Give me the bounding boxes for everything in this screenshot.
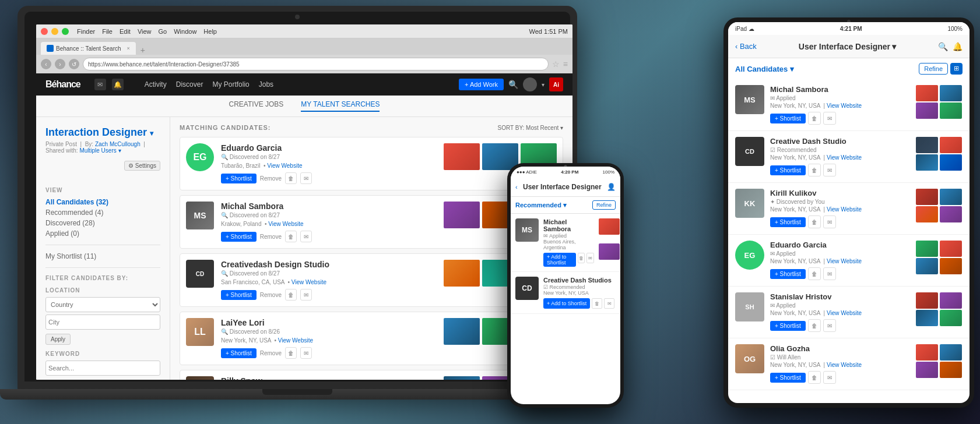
t-preview[interactable] [940,310,962,326]
bookmark-icon[interactable]: ☆ [552,59,560,69]
maximize-dot[interactable] [62,28,69,35]
t-delete-icon[interactable]: 🗑 [808,371,821,384]
new-tab-button[interactable]: + [138,45,147,55]
t-shortlist-button[interactable]: + Shortlist [770,165,806,175]
discover-link[interactable]: Discover [176,80,203,89]
view-website-link[interactable]: View Website [268,221,303,227]
p-message-icon[interactable]: ✉ [604,298,614,309]
tablet-back-button[interactable]: ‹ Back [735,42,757,51]
tab-close-icon[interactable]: × [127,45,130,51]
title-dropdown-icon[interactable]: ▾ [150,129,153,137]
recommended-item[interactable]: Recommended (4) [45,209,160,217]
t-preview[interactable] [940,189,962,205]
mac-finder[interactable]: Finder [77,28,95,35]
forward-button[interactable]: › [55,59,65,69]
keyword-search-input[interactable] [45,361,160,376]
p-preview[interactable] [599,243,620,260]
remove-button[interactable]: Remove [260,350,282,356]
phone-back-button[interactable]: ‹ [515,183,518,190]
mac-help[interactable]: Help [203,28,217,35]
shortlist-button[interactable]: + Shortlist [221,174,257,183]
t-preview[interactable] [916,362,938,378]
remove-button[interactable]: Remove [260,175,282,182]
messages-icon[interactable]: ✉ [94,79,106,90]
t-delete-icon[interactable]: 🗑 [808,319,821,332]
p-add-shortlist-button[interactable]: + Add to Shortlist [543,298,590,309]
t-preview[interactable] [916,241,938,257]
sort-control[interactable]: SORT BY: Most Recent ▾ [498,125,563,131]
preview-thumb[interactable] [444,260,480,287]
remove-button[interactable]: Remove [260,234,282,240]
t-shortlist-button[interactable]: + Shortlist [770,321,806,331]
preview-thumb[interactable] [444,318,480,345]
t-message-icon[interactable]: ✉ [823,112,836,125]
browser-tab-active[interactable]: Behance :: Talent Search × [41,42,136,55]
shared-dropdown[interactable]: ▾ [118,147,121,154]
t-view-website[interactable]: View Website [827,103,862,109]
apply-button[interactable]: Apply [45,334,71,345]
city-input[interactable] [45,315,160,330]
t-preview[interactable] [916,292,938,309]
t-preview[interactable] [940,258,962,274]
t-preview[interactable] [940,137,962,153]
applied-item[interactable]: Applied (0) [45,229,160,238]
t-preview[interactable] [940,362,962,378]
mac-file[interactable]: File [102,28,113,35]
minimize-dot[interactable] [51,28,58,35]
view-website-link[interactable]: View Website [291,279,326,285]
add-work-button[interactable]: + Add Work [459,79,504,90]
menu-icon[interactable]: ≡ [563,59,568,69]
t-view-website[interactable]: View Website [827,310,862,316]
refresh-button[interactable]: ↺ [69,59,79,69]
shortlist-item[interactable]: My Shortlist (11) [45,252,160,260]
discovered-item[interactable]: Discovered (28) [45,219,160,227]
url-bar[interactable]: https://www.behance.net/talent/Interacti… [83,58,549,70]
delete-icon[interactable]: 🗑 [285,231,297,242]
activity-link[interactable]: Activity [145,80,167,89]
tablet-title-dropdown-icon[interactable]: ▾ [892,42,896,51]
shortlist-button[interactable]: + Shortlist [221,348,257,358]
notifications-icon[interactable]: 🔔 [112,79,124,90]
tablet-bell-icon[interactable]: 🔔 [953,42,963,51]
creative-jobs-tab[interactable]: CREATIVE JOBS [229,100,284,112]
t-preview[interactable] [916,154,938,171]
remove-button[interactable]: Remove [260,292,282,298]
message-icon[interactable]: ✉ [300,289,312,301]
t-message-icon[interactable]: ✉ [823,371,836,384]
delete-icon[interactable]: 🗑 [285,172,297,184]
t-shortlist-button[interactable]: + Shortlist [770,114,806,123]
t-preview[interactable] [916,137,938,153]
message-icon[interactable]: ✉ [300,172,312,184]
user-avatar[interactable] [523,77,537,91]
t-preview[interactable] [916,258,938,274]
mac-window[interactable]: Window [174,28,196,35]
tablet-search-icon[interactable]: 🔍 [938,42,948,51]
t-preview[interactable] [940,154,962,171]
all-candidates-button[interactable]: All Candidates ▾ [735,65,794,73]
t-shortlist-button[interactable]: + Shortlist [770,269,806,279]
t-message-icon[interactable]: ✉ [823,319,836,332]
t-shortlist-button[interactable]: + Shortlist [770,373,806,383]
message-icon[interactable]: ✉ [300,347,312,359]
t-preview[interactable] [940,85,962,101]
phone-refine-button[interactable]: Refine [592,200,616,210]
shared-link[interactable]: Multiple Users [79,147,116,154]
t-message-icon[interactable]: ✉ [823,267,836,280]
t-preview[interactable] [940,206,962,222]
back-button[interactable]: ‹ [41,59,51,69]
preview-thumb[interactable] [444,143,480,170]
t-shortlist-button[interactable]: + Shortlist [770,217,806,227]
t-view-website[interactable]: View Website [827,206,862,213]
p-delete-icon[interactable]: 🗑 [592,298,602,309]
t-message-icon[interactable]: ✉ [823,215,836,228]
search-icon[interactable]: 🔍 [508,80,518,89]
t-preview[interactable] [940,241,962,257]
p-delete-icon[interactable]: 🗑 [578,253,585,263]
mac-edit[interactable]: Edit [120,28,131,35]
view-website-link[interactable]: View Website [278,337,313,344]
shortlist-button[interactable]: + Shortlist [221,232,257,242]
delete-icon[interactable]: 🗑 [285,289,297,301]
t-preview[interactable] [916,310,938,326]
tablet-refine-button[interactable]: Refine [919,63,948,75]
preview-thumb[interactable] [444,202,480,228]
